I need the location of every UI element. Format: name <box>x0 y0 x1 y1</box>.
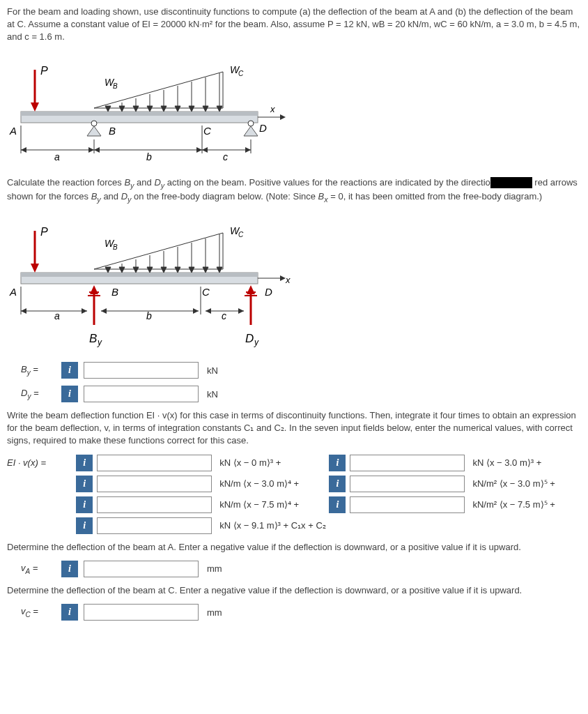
svg-marker-28 <box>244 126 258 136</box>
svg-marker-48 <box>245 147 251 153</box>
dy-input[interactable] <box>84 386 199 402</box>
part-a-text: Determine the deflection of the beam at … <box>7 541 581 554</box>
info-icon[interactable]: i <box>61 561 78 577</box>
svg-marker-43 <box>21 147 26 153</box>
part-c-text: Determine the deflection of the beam at … <box>7 584 581 597</box>
dy-label: Dy = <box>21 388 56 400</box>
svg-marker-22 <box>203 106 208 112</box>
svg-marker-26 <box>87 126 101 136</box>
svg-marker-88 <box>90 285 98 294</box>
svg-text:D: D <box>245 332 254 345</box>
svg-text:A: A <box>9 286 17 298</box>
info-icon[interactable]: i <box>76 496 93 513</box>
term-4: kN/m² ⟨x − 3.0 m⟩⁵ + <box>472 478 581 489</box>
svg-marker-107 <box>193 308 199 314</box>
svg-text:b: b <box>146 310 152 321</box>
svg-marker-77 <box>203 267 208 273</box>
svg-text:x: x <box>270 104 275 114</box>
deflection-expression: EI · v(x) = i kN ⟨x − 0 m⟩³ + i kN ⟨x − … <box>7 455 581 534</box>
svg-marker-81 <box>280 275 286 281</box>
coef-7-input[interactable] <box>97 517 212 534</box>
svg-text:B: B <box>109 125 116 137</box>
figure-2: P WB WC x A B C D By Dy a b c <box>7 213 581 349</box>
info-icon[interactable]: i <box>61 604 78 621</box>
label-P: P <box>40 65 48 77</box>
svg-marker-30 <box>280 114 286 120</box>
by-input[interactable] <box>84 362 199 379</box>
svg-marker-3 <box>31 102 39 112</box>
svg-marker-45 <box>94 147 100 153</box>
svg-marker-20 <box>189 106 194 112</box>
svg-marker-108 <box>206 308 211 314</box>
svg-marker-106 <box>101 308 107 314</box>
svg-marker-47 <box>202 147 208 153</box>
svg-text:B: B <box>113 82 118 90</box>
by-row: By = i kN <box>21 362 581 379</box>
svg-marker-67 <box>133 267 139 273</box>
svg-text:c: c <box>223 151 228 162</box>
svg-marker-94 <box>247 285 255 294</box>
svg-marker-105 <box>82 308 87 314</box>
info-icon[interactable]: i <box>76 455 93 471</box>
svg-marker-65 <box>119 267 125 273</box>
lhs-label: EI · v(x) = <box>7 457 72 468</box>
svg-rect-1 <box>21 112 258 116</box>
svg-text:y: y <box>254 337 259 347</box>
vc-row: vC = i mm <box>21 604 581 621</box>
info-icon[interactable]: i <box>61 362 78 379</box>
svg-text:c: c <box>222 310 226 321</box>
svg-marker-24 <box>217 106 222 112</box>
svg-marker-12 <box>133 106 139 112</box>
term-6: kN/m² ⟨x − 7.5 m⟩⁵ + <box>472 499 581 510</box>
svg-marker-8 <box>105 106 111 112</box>
coef-1-input[interactable] <box>97 455 212 471</box>
svg-text:a: a <box>54 310 60 321</box>
svg-marker-79 <box>217 267 222 273</box>
svg-marker-55 <box>31 264 39 273</box>
svg-text:C: C <box>238 70 244 77</box>
coef-3-input[interactable] <box>97 476 212 492</box>
svg-marker-16 <box>161 106 167 112</box>
svg-text:B: B <box>111 286 118 298</box>
va-input[interactable] <box>84 561 199 577</box>
svg-text:y: y <box>97 337 102 347</box>
svg-text:D: D <box>259 122 267 134</box>
svg-marker-73 <box>175 267 180 273</box>
info-icon[interactable]: i <box>76 517 93 534</box>
svg-text:x: x <box>285 275 291 285</box>
reactions-text: Calculate the reaction forces By and Dy … <box>7 176 581 206</box>
dy-row: Dy = i kN <box>21 386 581 402</box>
figure-1: P W B W C x A B C D a b c <box>7 52 581 164</box>
dy-unit: kN <box>207 389 218 400</box>
svg-text:C: C <box>203 125 211 137</box>
svg-text:C: C <box>238 231 244 238</box>
svg-marker-109 <box>238 308 244 314</box>
svg-text:C: C <box>202 286 210 298</box>
svg-text:D: D <box>265 286 272 298</box>
svg-marker-104 <box>21 308 26 314</box>
svg-marker-18 <box>175 106 180 112</box>
info-icon[interactable]: i <box>61 386 78 402</box>
info-icon[interactable]: i <box>329 455 346 471</box>
term-1: kN ⟨x − 0 m⟩³ + <box>219 457 325 468</box>
coef-5-input[interactable] <box>97 496 212 513</box>
svg-marker-69 <box>147 267 153 273</box>
svg-marker-10 <box>119 106 125 112</box>
redacted-block <box>490 177 532 188</box>
info-icon[interactable]: i <box>76 476 93 492</box>
svg-marker-14 <box>147 106 153 112</box>
coef-4-input[interactable] <box>350 476 465 492</box>
svg-text:a: a <box>54 151 60 162</box>
info-icon[interactable]: i <box>329 496 346 513</box>
coef-2-input[interactable] <box>350 455 465 471</box>
svg-marker-71 <box>161 267 167 273</box>
svg-rect-53 <box>21 273 258 277</box>
svg-text:b: b <box>146 151 152 162</box>
svg-point-25 <box>91 121 97 126</box>
svg-marker-75 <box>189 267 194 273</box>
svg-text:A: A <box>9 125 17 137</box>
vc-input[interactable] <box>84 604 199 621</box>
va-unit: mm <box>207 563 222 574</box>
info-icon[interactable]: i <box>329 476 346 492</box>
coef-6-input[interactable] <box>350 496 465 513</box>
